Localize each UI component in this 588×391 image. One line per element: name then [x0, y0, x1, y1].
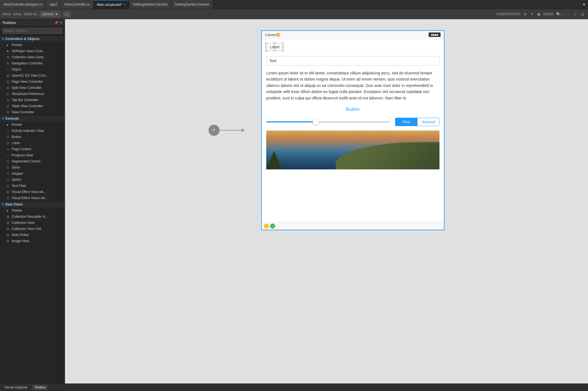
list-item[interactable]: ⊟ Tab Bar Controller — [0, 97, 65, 103]
toolbox-tab[interactable]: Toolbox — [32, 385, 48, 390]
list-item[interactable]: ⊡ Label — [0, 140, 65, 146]
view-ctrl-icon: ⊟ — [6, 110, 10, 114]
group-controls[interactable]: ▼ Controls — [0, 115, 65, 122]
handle-tr[interactable] — [282, 42, 284, 44]
list-item[interactable]: — Progress View — [0, 152, 65, 158]
list-item[interactable]: ⊞ Collection View — [0, 220, 65, 226]
close-tab-icon[interactable]: ✕ — [124, 3, 126, 6]
list-item[interactable]: ⊟ View Controller — [0, 109, 65, 115]
item-label: Navigation Controller — [12, 61, 43, 65]
image-view-icon: ⊞ — [6, 239, 10, 243]
handle-tm[interactable] — [273, 42, 276, 44]
zoom-out-small-button[interactable]: 🔍− — [555, 11, 564, 17]
frame-toggle-button[interactable]: ▢ — [63, 11, 71, 17]
entry-point-circle: ↱ — [208, 125, 220, 136]
iphone-content: Label Lorem ipsum dolor sit er elit lame… — [262, 39, 444, 222]
toolbox-search-container — [0, 26, 65, 36]
list-item[interactable]: ⊟ Table View Controller — [0, 103, 65, 109]
list-item[interactable]: ⊡ Button — [0, 134, 65, 140]
storyboard-canvas: ↱ Carrier 📶 ■■■■ — [203, 25, 450, 236]
close-toolbox-icon[interactable]: ✕ — [60, 21, 62, 25]
group-data-views[interactable]: ▼ Data Views — [0, 201, 65, 207]
wifi-icon: 📶 — [276, 33, 280, 37]
list-item[interactable]: ⊟ Split View Controller — [0, 85, 65, 91]
add-constraint-icon[interactable]: ⊕ — [523, 12, 528, 17]
segment-first[interactable]: First — [395, 118, 417, 126]
ui-segmented-control[interactable]: First Second — [395, 118, 439, 126]
list-item[interactable]: ⊙ Visual Effect View wit... — [0, 189, 65, 195]
constraint-layout-icon[interactable]: ▣ — [536, 12, 541, 17]
generic-dropdown[interactable]: Generic ▼ — [39, 11, 61, 17]
list-item[interactable]: ⊡ Stepper — [0, 171, 65, 177]
tab-app2[interactable]: App2 — [46, 0, 61, 9]
segment-second[interactable]: Second — [417, 118, 439, 126]
item-label: Collection View Cell — [12, 227, 41, 231]
ui-button[interactable]: Button — [266, 107, 439, 112]
remove-constraint-icon[interactable]: ✕ — [529, 12, 534, 17]
tab-main-storyboard[interactable]: Main.storyboard* ✕ — [94, 0, 130, 9]
list-item[interactable]: ⊞ Collection View Contr... — [0, 54, 65, 60]
avplayer-icon: ● — [6, 49, 10, 53]
text-field-icon: ⊡ — [6, 184, 10, 188]
zoom-in-button[interactable]: + — [573, 11, 578, 17]
frame-icon: ▢ — [65, 12, 68, 16]
search-input[interactable] — [2, 28, 62, 34]
list-item[interactable]: ⊞ Page View Controller — [0, 79, 65, 85]
server-explorer-tab[interactable]: Server Explorer — [2, 385, 30, 390]
label-selected-wrapper[interactable]: Label — [266, 43, 283, 51]
list-item[interactable]: ⊞ Collection Reusable Vi... — [0, 214, 65, 220]
item-label: Button — [12, 135, 21, 139]
list-item[interactable]: ⊞ Date Picker — [0, 232, 65, 238]
handle-ml[interactable] — [265, 46, 267, 48]
canvas-area[interactable]: ↱ Carrier 📶 ■■■■ — [65, 19, 588, 384]
list-item[interactable]: ▸ Pointer — [0, 207, 65, 214]
toolbox-header: Toolbox 📌 ✕ — [0, 19, 65, 26]
list-item[interactable]: ⊡ Text Field — [0, 183, 65, 189]
pointer2-icon: ▸ — [6, 122, 10, 127]
ui-slider[interactable] — [266, 121, 391, 122]
group-controllers-objects[interactable]: ▼ Controllers & Objects — [0, 36, 65, 42]
zoom-fit-button[interactable]: ⊡ — [580, 11, 586, 17]
item-label: Object — [12, 67, 21, 71]
list-item[interactable]: ⊙ Switch — [0, 177, 65, 183]
page-ctrl-icon: ⊡ — [6, 147, 10, 151]
handle-bl[interactable] — [265, 49, 267, 52]
tab-viewcontroller-designer[interactable]: ViewController.designer.cs — [0, 0, 46, 9]
list-item[interactable]: ● AVPlayer View Contr... — [0, 48, 65, 54]
main-layout: Toolbox 📌 ✕ ▼ Controllers & Objects ▸ Po… — [0, 19, 588, 384]
list-item[interactable]: ○ Object — [0, 66, 65, 72]
list-item[interactable]: ⊙ Slider — [0, 164, 65, 171]
zoom-out-button[interactable]: − — [566, 11, 571, 17]
ui-text-view: Lorem ipsum dolor sit er elit lamet, con… — [266, 70, 439, 101]
handle-br[interactable] — [282, 49, 284, 52]
pin-icon[interactable]: 📌 — [54, 21, 59, 25]
list-item[interactable]: ▸ Pointer — [0, 42, 65, 48]
handle-tl[interactable] — [265, 42, 267, 44]
item-label: Collection View Contr... — [12, 55, 46, 59]
toolbar-row: WAny HAny VIEW AS Generic ▼ ▢ CONSTRAINT… — [0, 9, 588, 19]
slider-thumb[interactable] — [313, 119, 319, 125]
list-item[interactable]: ⊙ Visual Effect Views wit... — [0, 195, 65, 201]
tab-overflow-dropdown[interactable]: ▼ — [580, 2, 588, 7]
activity-icon: ◌ — [6, 129, 10, 133]
date-picker-icon: ⊞ — [6, 233, 10, 237]
handle-bm[interactable] — [273, 49, 276, 52]
item-label: Pointer — [12, 209, 22, 212]
list-item[interactable]: ⊟ Navigation Controller — [0, 60, 65, 66]
tab-getting-started-1[interactable]: GettingStarted.Xamarin — [129, 0, 171, 9]
list-item[interactable]: ⊡ Page Control — [0, 146, 65, 152]
entry-arrow: ↱ — [208, 125, 245, 136]
list-item[interactable]: ⊠ OpenGL ES View Cont... — [0, 72, 65, 79]
list-item[interactable]: ◎ Storyboard Reference — [0, 91, 65, 97]
handle-mr[interactable] — [282, 46, 284, 48]
chevron-down-icon: ▼ — [55, 12, 58, 16]
view-as-label: VIEW AS — [24, 12, 37, 16]
list-item[interactable]: ⊞ Collection View Cell — [0, 226, 65, 232]
list-item[interactable]: ▸ Pointer — [0, 122, 65, 128]
tab-getting-started-2[interactable]: GettingStarted.Xamarin — [171, 0, 213, 9]
tab-viewcontroller-cs[interactable]: ViewController.cs — [61, 0, 93, 9]
list-item[interactable]: ⊡ Segmented Control — [0, 158, 65, 164]
list-item[interactable]: ◌ Activity Indicator View — [0, 128, 65, 134]
ui-text-field[interactable] — [266, 56, 439, 66]
list-item[interactable]: ⊞ Image View — [0, 238, 65, 244]
